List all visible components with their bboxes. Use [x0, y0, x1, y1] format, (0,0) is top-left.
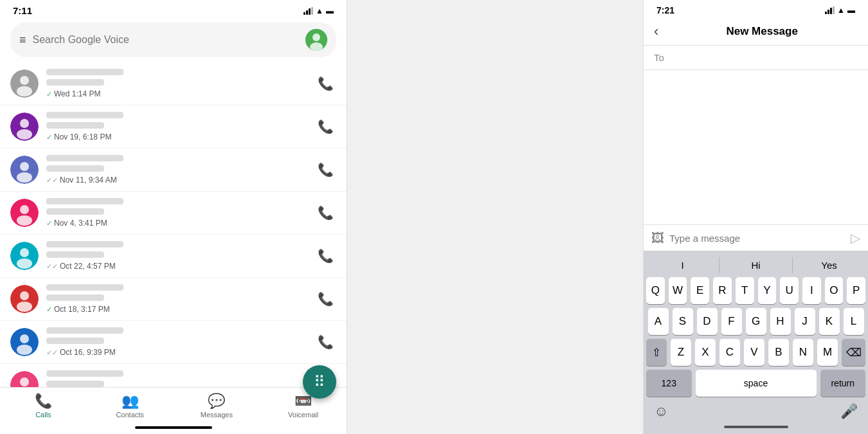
contact-item[interactable]: ✓ Nov 4, 3:41 PM📞 [0, 192, 347, 235]
contact-item[interactable]: ✓ Oct 18, 3:17 PM📞 [0, 278, 347, 321]
phone-right: 7:21 ▲ ▬ ‹ New Message To 🖼 ▷ I Hi Yes [643, 0, 868, 434]
contact-name-blur2 [46, 381, 104, 387]
key-k[interactable]: K [819, 308, 840, 335]
contact-avatar [10, 69, 39, 98]
contact-info: ✓ Oct 4, 12:09 PM [46, 370, 307, 387]
call-button[interactable]: 📞 [315, 116, 336, 137]
contact-name-blur2 [46, 79, 104, 86]
contact-avatar [10, 328, 39, 356]
suggestion-yes[interactable]: Yes [793, 257, 865, 273]
key-d[interactable]: D [697, 308, 718, 335]
key-z[interactable]: Z [671, 339, 691, 366]
keyboard: I Hi Yes Q W E R T Y U I O P A S D F G H… [644, 251, 868, 434]
delete-key[interactable]: ⌫ [842, 339, 865, 366]
key-a[interactable]: A [648, 308, 669, 335]
key-e[interactable]: E [691, 277, 709, 304]
key-i[interactable]: I [802, 277, 821, 304]
key-o[interactable]: O [825, 277, 844, 304]
contact-info: ✓ Oct 18, 3:17 PM [46, 284, 307, 314]
return-key[interactable]: return [820, 370, 866, 397]
suggestion-hi[interactable]: Hi [719, 257, 793, 273]
call-button[interactable]: 📞 [315, 289, 336, 309]
svg-point-10 [20, 162, 29, 171]
call-button[interactable]: 📞 [315, 332, 336, 352]
to-input[interactable] [669, 52, 858, 63]
nav-voicemail[interactable]: 📼 Voicemail [260, 393, 347, 419]
contacts-list: ✓ Wed 1:14 PM📞 ✓ Nov 19, 6:18 PM📞 ✓✓ Nov… [0, 62, 347, 387]
contact-time: ✓ Nov 19, 6:18 PM [46, 132, 307, 141]
key-h[interactable]: H [770, 308, 791, 335]
svg-point-20 [17, 302, 32, 312]
nav-calls[interactable]: 📞 Calls [0, 393, 87, 419]
key-b[interactable]: B [768, 339, 789, 366]
check-icon: ✓ [46, 133, 52, 141]
key-t[interactable]: T [736, 277, 754, 304]
send-icon[interactable]: ▷ [851, 230, 860, 246]
key-f[interactable]: F [721, 308, 742, 335]
contact-info: ✓✓ Oct 22, 4:57 PM [46, 241, 307, 271]
contact-name-blur2 [46, 294, 104, 301]
contact-name-blur2 [46, 165, 104, 172]
suggestions-row: I Hi Yes [646, 255, 865, 277]
contacts-icon: 👥 [122, 393, 139, 410]
back-button[interactable]: ‹ [654, 23, 658, 40]
contact-time: ✓ Oct 18, 3:17 PM [46, 305, 307, 314]
key-l[interactable]: L [844, 308, 864, 335]
key-n[interactable]: N [793, 339, 813, 366]
key-r[interactable]: R [713, 277, 732, 304]
contact-time: ✓ Wed 1:14 PM [46, 89, 307, 98]
key-q[interactable]: Q [646, 277, 665, 304]
contact-avatar [10, 285, 39, 313]
call-button[interactable]: 📞 [315, 159, 336, 180]
key-w[interactable]: W [669, 277, 687, 304]
key-j[interactable]: J [795, 308, 815, 335]
key-p[interactable]: P [847, 277, 865, 304]
key-x[interactable]: X [695, 339, 716, 366]
emoji-button[interactable]: ☺ [654, 403, 668, 420]
search-input[interactable] [33, 34, 299, 46]
numbers-key[interactable]: 123 [646, 370, 692, 397]
contact-avatar [10, 371, 39, 387]
contact-timestamp: Oct 18, 3:17 PM [54, 305, 110, 314]
fab-button[interactable]: ⠿ [303, 365, 336, 399]
contact-name-blur [46, 327, 123, 334]
call-button[interactable]: 📞 [315, 73, 336, 94]
contact-item[interactable]: ✓✓ Oct 16, 9:39 PM📞 [0, 321, 347, 364]
key-v[interactable]: V [744, 339, 764, 366]
contact-timestamp: Nov 19, 6:18 PM [54, 132, 111, 141]
contact-item[interactable]: ✓ Nov 19, 6:18 PM📞 [0, 105, 347, 149]
contact-item[interactable]: ✓✓ Nov 11, 9:34 AM📞 [0, 149, 347, 192]
contact-info: ✓ Wed 1:14 PM [46, 69, 307, 98]
contact-item[interactable]: ✓ Wed 1:14 PM📞 [0, 62, 347, 105]
nav-messages[interactable]: 💬 Messages [174, 393, 260, 419]
shift-key[interactable]: ⇧ [646, 339, 667, 366]
key-m[interactable]: M [817, 339, 838, 366]
contact-timestamp: Nov 4, 3:41 PM [54, 219, 107, 228]
message-input[interactable] [669, 233, 845, 244]
contact-name-blur [46, 198, 123, 204]
contact-info: ✓✓ Oct 16, 9:39 PM [46, 327, 307, 357]
suggestion-i[interactable]: I [646, 257, 719, 273]
image-icon[interactable]: 🖼 [651, 231, 664, 246]
message-input-bar: 🖼 ▷ [644, 224, 868, 251]
space-key[interactable]: space [696, 370, 817, 397]
contact-item[interactable]: ✓✓ Oct 22, 4:57 PM📞 [0, 235, 347, 278]
contact-time: ✓✓ Nov 11, 9:34 AM [46, 176, 307, 185]
contact-name-blur2 [46, 251, 104, 258]
key-s[interactable]: S [673, 308, 693, 335]
nav-contacts[interactable]: 👥 Contacts [87, 393, 174, 419]
search-bar[interactable]: ≡ [10, 23, 336, 57]
call-button[interactable]: 📞 [315, 246, 336, 266]
call-button[interactable]: 📞 [315, 203, 336, 223]
key-y[interactable]: Y [758, 277, 777, 304]
key-row-2: A S D F G H J K L [646, 308, 865, 335]
mic-button[interactable]: 🎤 [840, 403, 858, 420]
svg-point-11 [17, 172, 32, 183]
key-u[interactable]: U [780, 277, 799, 304]
key-g[interactable]: G [746, 308, 766, 335]
contact-name-blur [46, 69, 123, 75]
key-c[interactable]: C [719, 339, 740, 366]
phone-left: 7:11 ▲ ▬ ≡ ✓ Wed 1:14 PM📞 ✓ No [0, 0, 347, 434]
to-field[interactable]: To [644, 46, 868, 70]
contact-item[interactable]: ✓ Oct 4, 12:09 PM📞 [0, 364, 347, 387]
